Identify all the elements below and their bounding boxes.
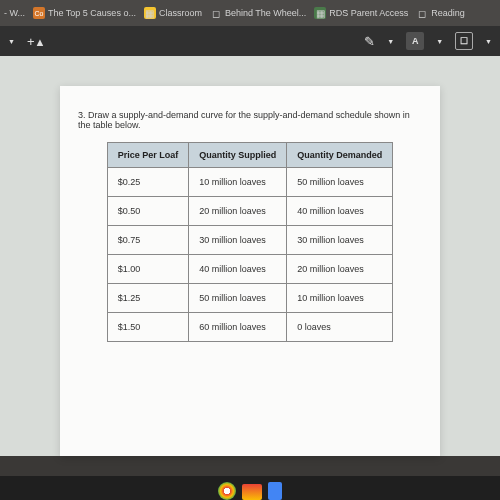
table-row: $1.2550 million loaves10 million loaves (107, 284, 393, 313)
bookmark-item[interactable]: ◻ Behind The Wheel... (210, 7, 306, 19)
classroom-icon: ▦ (144, 7, 156, 19)
table-row: $0.7530 million loaves30 million loaves (107, 226, 393, 255)
bookmark-item[interactable]: - W... (4, 8, 25, 18)
table-row: $1.0040 million loaves20 million loaves (107, 255, 393, 284)
bookmark-label: The Top 5 Causes o... (48, 8, 136, 18)
bookmark-label: Behind The Wheel... (225, 8, 306, 18)
table-cell: 50 million loaves (189, 284, 287, 313)
table-cell: 40 million loaves (189, 255, 287, 284)
table-cell: 50 million loaves (287, 168, 393, 197)
table-cell: 0 loaves (287, 313, 393, 342)
table-cell: 10 million loaves (287, 284, 393, 313)
table-cell: $0.25 (107, 168, 189, 197)
table-row: $1.5060 million loaves0 loaves (107, 313, 393, 342)
box-button[interactable]: ☐ (455, 32, 473, 50)
bookmark-item[interactable]: ◻ Reading (416, 7, 465, 19)
col-header: Quantity Supplied (189, 143, 287, 168)
docs-icon[interactable] (268, 482, 282, 500)
question-text: 3. Draw a supply-and-demand curve for th… (78, 110, 422, 130)
table-cell: $1.50 (107, 313, 189, 342)
table-cell: $0.50 (107, 197, 189, 226)
chevron-down-icon: ▼ (485, 38, 492, 45)
bookmark-item[interactable]: ▦ RDS Parent Access (314, 7, 408, 19)
table-cell: $1.25 (107, 284, 189, 313)
table-cell: $1.00 (107, 255, 189, 284)
taskbar (0, 476, 500, 500)
dropdown-icon[interactable]: ▼ (8, 38, 15, 45)
text-style-button[interactable]: A (406, 32, 424, 50)
rds-icon: ▦ (314, 7, 326, 19)
table-row: $0.5020 million loaves40 million loaves (107, 197, 393, 226)
table-cell: 30 million loaves (287, 226, 393, 255)
bookmark-item[interactable]: ▦ Classroom (144, 7, 202, 19)
bookmark-icon: Co (33, 7, 45, 19)
gmail-icon[interactable] (242, 484, 262, 500)
table-row: $0.2510 million loaves50 million loaves (107, 168, 393, 197)
table-header-row: Price Per Loaf Quantity Supplied Quantit… (107, 143, 393, 168)
col-header: Price Per Loaf (107, 143, 189, 168)
bookmark-label: RDS Parent Access (329, 8, 408, 18)
app-toolbar: ▼ +▲ ✎ ▼ A ▼ ☐ ▼ (0, 26, 500, 56)
bookmark-item[interactable]: Co The Top 5 Causes o... (33, 7, 136, 19)
page-icon: ◻ (210, 7, 222, 19)
table-cell: $0.75 (107, 226, 189, 255)
bookmarks-bar: - W... Co The Top 5 Causes o... ▦ Classr… (0, 0, 500, 26)
chrome-icon[interactable] (218, 482, 236, 500)
chevron-down-icon: ▼ (436, 38, 443, 45)
col-header: Quantity Demanded (287, 143, 393, 168)
chevron-down-icon: ▼ (387, 38, 394, 45)
document-page: 3. Draw a supply-and-demand curve for th… (60, 86, 440, 456)
page-icon: ◻ (416, 7, 428, 19)
add-person-button[interactable]: +▲ (27, 34, 45, 49)
document-canvas[interactable]: 3. Draw a supply-and-demand curve for th… (0, 56, 500, 456)
pen-icon[interactable]: ✎ (364, 34, 375, 49)
table-cell: 30 million loaves (189, 226, 287, 255)
table-cell: 10 million loaves (189, 168, 287, 197)
table-cell: 40 million loaves (287, 197, 393, 226)
bookmark-label: Classroom (159, 8, 202, 18)
table-cell: 20 million loaves (189, 197, 287, 226)
bookmark-label: - W... (4, 8, 25, 18)
supply-demand-table: Price Per Loaf Quantity Supplied Quantit… (107, 142, 394, 342)
bookmark-label: Reading (431, 8, 465, 18)
table-cell: 60 million loaves (189, 313, 287, 342)
table-cell: 20 million loaves (287, 255, 393, 284)
